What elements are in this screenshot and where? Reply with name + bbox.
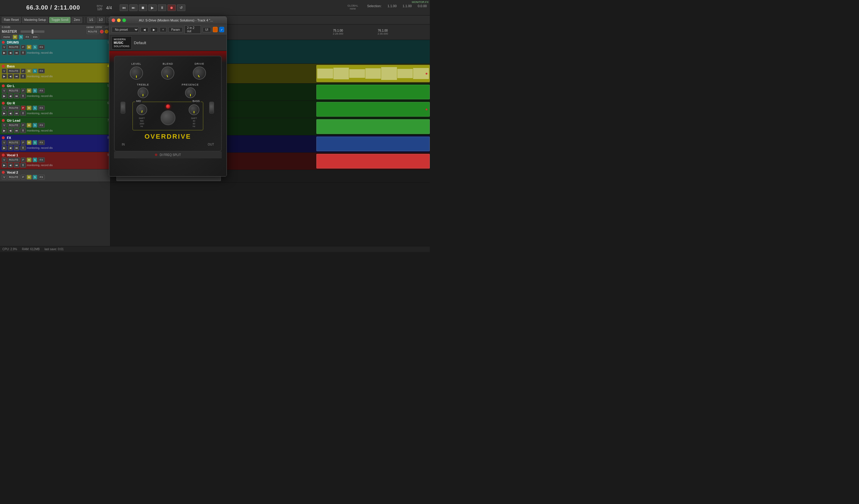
gtr-lead-btn3[interactable]: ⏮ xyxy=(14,128,19,133)
vocal1-p-btn[interactable]: P xyxy=(21,157,26,162)
bass-btn2[interactable]: ◀ xyxy=(8,74,13,79)
master-s-btn[interactable]: S xyxy=(18,35,23,40)
gtr-l-m-btn[interactable]: M xyxy=(27,88,32,93)
gtr-l-btn2[interactable]: ◀ xyxy=(8,94,13,98)
drums-btn3[interactable]: ⏮ xyxy=(14,50,19,55)
gtr-l-btn1[interactable]: ▶ xyxy=(2,94,7,98)
gtr-l-route-btn[interactable]: ROUTE xyxy=(7,88,20,93)
rewind-button[interactable]: ⏮ xyxy=(120,4,128,11)
vocal1-s-btn[interactable]: S xyxy=(32,157,37,162)
fx-fx-btn[interactable]: FX xyxy=(38,140,45,145)
time-signature[interactable]: 4/4 xyxy=(106,5,112,10)
track-item-gtr-l[interactable]: 5 Gtr L V ROUTE P M S FX ▶ ◀ ⏮ 🎙 monitor… xyxy=(0,83,110,100)
plugin-ui-btn[interactable]: UI xyxy=(203,27,211,32)
gtr-lead-v-btn[interactable]: V xyxy=(2,123,6,128)
plugin-param-btn[interactable]: Param xyxy=(168,27,182,32)
zero-button[interactable]: Zero xyxy=(72,17,82,23)
fast-forward-button[interactable]: ⏭ xyxy=(129,4,138,11)
plugin-warn-btn[interactable] xyxy=(213,27,217,32)
gtr-r-p-btn[interactable]: P xyxy=(21,106,26,110)
plugin-arrow-left[interactable]: ◀ xyxy=(140,27,148,32)
vocal1-fx-btn[interactable]: FX xyxy=(38,157,45,162)
monitor-fx[interactable]: MONITOR.FX xyxy=(412,1,428,4)
drums-btn2[interactable]: ◀ xyxy=(8,50,13,55)
master-record-btn[interactable] xyxy=(100,30,104,33)
drums-v-btn[interactable]: V xyxy=(2,45,6,49)
fx-btn3[interactable]: ⏮ xyxy=(14,145,19,150)
master-fader[interactable] xyxy=(20,30,44,33)
gtr-r-route-btn[interactable]: ROUTE xyxy=(7,106,20,110)
bass-p-btn[interactable]: P xyxy=(21,68,26,73)
gtr-l-clip-right[interactable] xyxy=(316,85,430,99)
plugin-close-btn[interactable] xyxy=(111,18,115,22)
bass-v-btn[interactable]: V xyxy=(2,68,6,73)
vocal1-v-btn[interactable]: V xyxy=(2,157,6,162)
drums-btn1[interactable]: ▶ xyxy=(2,50,7,55)
treble-knob[interactable] xyxy=(138,88,148,98)
gtr-lead-fx-btn[interactable]: FX xyxy=(38,123,45,128)
drive-knob[interactable] xyxy=(193,66,206,80)
bass-s-btn[interactable]: S xyxy=(32,68,37,73)
bass-rec-btn[interactable]: 🎙 xyxy=(20,74,26,79)
mastering-setup-button[interactable]: Mastering Setup xyxy=(22,17,48,23)
vocal2-route-btn[interactable]: ROUTE xyxy=(7,175,20,179)
master-phase-btn[interactable] xyxy=(105,30,108,33)
track-item-vocal1[interactable]: 9 Vocal 1 V ROUTE P M S FX ▶ ◀ ⏮ 🎙 monit… xyxy=(0,152,110,169)
bass-m-btn[interactable]: M xyxy=(27,68,32,73)
fx-clip-right[interactable] xyxy=(316,137,430,151)
gtr-r-m-btn[interactable]: M xyxy=(27,106,32,110)
blend-knob[interactable] xyxy=(161,66,174,80)
gtr-r-v-btn[interactable]: V xyxy=(2,106,6,110)
vocal2-fx-btn[interactable]: FX xyxy=(38,175,45,179)
gtr-l-fx-btn[interactable]: FX xyxy=(38,88,45,93)
grid-1-2[interactable]: 1/2 xyxy=(97,17,105,23)
gtr-lead-btn1[interactable]: ▶ xyxy=(2,128,7,133)
gtr-lead-p-btn[interactable]: P xyxy=(21,123,26,128)
drums-s-btn[interactable]: S xyxy=(32,45,37,49)
bass-route-btn[interactable]: ROUTE xyxy=(7,68,20,73)
fx-v-btn[interactable]: V xyxy=(2,140,6,145)
level-knob[interactable] xyxy=(130,66,143,80)
master-fx-btn[interactable]: FX xyxy=(24,35,31,40)
track-item-fx[interactable]: 8 FX V ROUTE P M S FX ▶ ◀ ⏮ 🎙 monitoring… xyxy=(0,135,110,152)
plugin-arrow-right[interactable]: ▶ xyxy=(150,27,158,32)
bass-btn1[interactable]: ▶ xyxy=(2,74,7,79)
vocal2-v-btn[interactable]: V xyxy=(2,175,6,179)
drums-m-btn[interactable]: M xyxy=(27,45,32,49)
master-trim-btn[interactable]: trim xyxy=(32,35,39,40)
vocal2-s-btn[interactable]: S xyxy=(32,175,37,179)
fx-btn1[interactable]: ▶ xyxy=(2,145,7,150)
vocal1-btn2[interactable]: ◀ xyxy=(8,163,13,168)
gtr-l-btn3[interactable]: ⏮ xyxy=(14,94,19,98)
gtr-r-btn3[interactable]: ⏮ xyxy=(14,111,19,116)
gtr-r-s-btn[interactable]: S xyxy=(32,106,37,110)
drums-fx-btn[interactable]: FX xyxy=(38,45,45,49)
plugin-minimize-btn[interactable] xyxy=(117,18,121,22)
track-item-bass[interactable]: 4 Bass V ROUTE P M S FX ▶ ◀ ⏮ 🎙 monitori… xyxy=(0,63,110,83)
bass-btn3[interactable]: ⏮ xyxy=(14,74,19,79)
drums-rec-btn[interactable]: 🎙 xyxy=(20,50,26,55)
gtr-lead-rec-btn[interactable]: 🎙 xyxy=(20,128,26,133)
bpm-value[interactable]: 120 xyxy=(97,7,102,11)
vocal1-m-btn[interactable]: M xyxy=(27,157,32,162)
selection-end[interactable]: 1.1.00 xyxy=(403,4,412,8)
fx-rec-btn[interactable]: 🎙 xyxy=(20,145,26,150)
gtr-lead-route-btn[interactable]: ROUTE xyxy=(7,123,20,128)
drums-route-btn[interactable]: ROUTE xyxy=(7,45,20,49)
plugin-preset-select[interactable]: No preset xyxy=(111,27,139,32)
gtr-l-rec-btn[interactable]: 🎙 xyxy=(20,94,26,98)
fx-p-btn[interactable]: P xyxy=(21,140,26,145)
drums-p-btn[interactable]: P xyxy=(21,45,26,49)
gtr-r-fx-btn[interactable]: FX xyxy=(38,106,45,110)
selection-start[interactable]: 1.1.00 xyxy=(388,4,397,8)
fx-m-btn[interactable]: M xyxy=(27,140,32,145)
vocal2-m-btn[interactable]: M xyxy=(27,175,32,179)
gtr-lead-clip-right[interactable] xyxy=(316,119,430,134)
fx-route-btn[interactable]: ROUTE xyxy=(7,140,20,145)
gtr-l-v-btn[interactable]: V xyxy=(2,88,6,93)
gtr-r-btn2[interactable]: ◀ xyxy=(8,111,13,116)
track-item-drums[interactable]: 1 DRUMS V ROUTE P M S FX ▶ ◀ ⏮ 🎙 monitor… xyxy=(0,40,110,63)
vocal1-route-btn[interactable]: ROUTE xyxy=(7,157,20,162)
vocal1-btn3[interactable]: ⏮ xyxy=(14,163,19,168)
right-side-screw[interactable] xyxy=(209,102,215,114)
